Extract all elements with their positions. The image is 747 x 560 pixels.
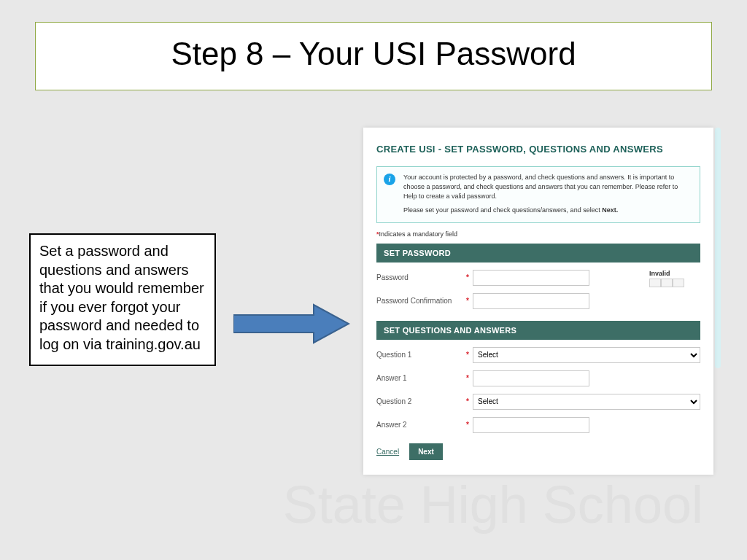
answer-1-input[interactable] — [473, 370, 589, 386]
mandatory-note: *Indicates a mandatory field — [376, 230, 700, 238]
label-answer-2: Answer 2 — [376, 421, 462, 429]
section-set-password: SET PASSWORD — [376, 244, 700, 262]
required-icon: * — [462, 421, 473, 429]
answer-2-input[interactable] — [473, 417, 589, 433]
password-input[interactable] — [473, 270, 589, 286]
next-button[interactable]: Next — [409, 443, 443, 460]
scroll-indicator — [715, 128, 721, 368]
password-strength-invalid: Invalid — [649, 270, 684, 287]
info-text-2: Please set your password and check quest… — [403, 206, 692, 215]
usi-form-panel: CREATE USI - SET PASSWORD, QUESTIONS AND… — [363, 128, 713, 475]
label-password-confirm: Password Confirmation — [376, 297, 462, 305]
required-icon: * — [462, 397, 473, 405]
required-icon: * — [462, 351, 473, 359]
info-text-1: Your account is protected by a password,… — [403, 173, 692, 201]
label-password: Password — [376, 273, 462, 281]
label-question-2: Question 2 — [376, 397, 462, 405]
instruction-text: Set a password and questions and answers… — [29, 233, 216, 366]
required-icon: * — [462, 297, 473, 305]
cancel-link[interactable]: Cancel — [376, 448, 399, 456]
info-callout: i Your account is protected by a passwor… — [376, 166, 700, 223]
question-2-select[interactable]: Select — [473, 394, 700, 410]
question-1-select[interactable]: Select — [473, 347, 700, 363]
required-icon: * — [462, 273, 473, 281]
label-answer-1: Answer 1 — [376, 374, 462, 382]
slide-title-box: Step 8 – Your USI Password — [35, 22, 712, 90]
label-question-1: Question 1 — [376, 351, 462, 359]
arrow-icon — [233, 302, 350, 346]
info-icon: i — [384, 174, 395, 185]
password-confirm-input[interactable] — [473, 293, 589, 309]
section-set-questions: SET QUESTIONS AND ANSWERS — [376, 321, 700, 340]
slide-title: Step 8 – Your USI Password — [50, 36, 697, 72]
form-heading: CREATE USI - SET PASSWORD, QUESTIONS AND… — [376, 141, 700, 159]
svg-marker-0 — [233, 305, 349, 343]
required-icon: * — [462, 374, 473, 382]
